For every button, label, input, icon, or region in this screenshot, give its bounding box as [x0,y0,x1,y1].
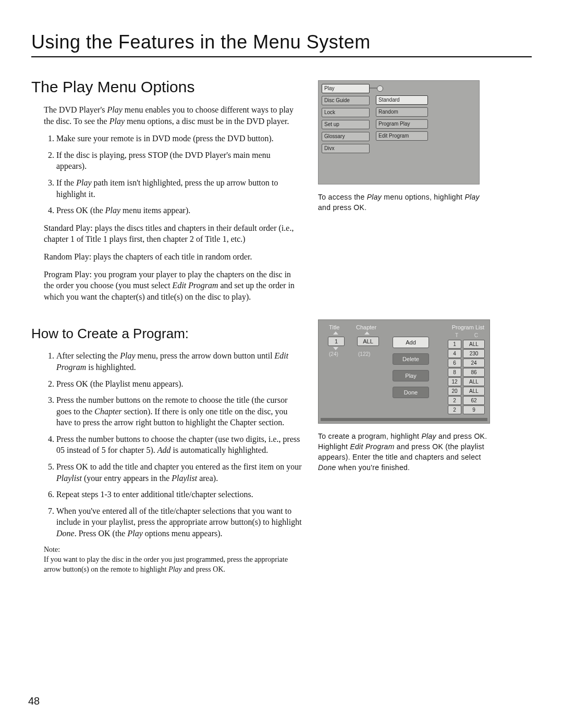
chapter-column-head: Chapter [356,324,376,330]
program-list-head: Program List [452,324,484,330]
program-list-cell-t: 2 [448,396,461,405]
play-word-cap1: Play [367,193,382,201]
add-word: Add [157,446,171,454]
cp5b: (your entry appears in the [82,474,172,483]
menu-item-standard: Standard [376,95,428,105]
cp-step5: Press OK to add the title and chapter yo… [56,461,302,484]
step1: Make sure your remote is in DVD mode (pr… [56,133,302,144]
menu-item-glossary: Glossary [322,132,370,141]
random-b: plays the chapters of each title in rand… [91,252,252,261]
menu-item-setup: Set up [322,120,370,129]
cp-step7: When you've entered all of the title/cha… [56,505,302,539]
random-a: Random Play: [44,252,91,261]
spacer [318,220,490,319]
menu-item-lock: Lock [322,108,370,117]
intro-c: menu options, a disc must be in the DVD … [125,117,289,126]
program-play-para: Program Play: you program your player to… [31,269,302,303]
right-column: Play Disc Guide Lock Set up Glossary Div… [318,78,490,574]
program-list-row: 886 [448,368,485,376]
play-word5: Play [120,351,135,360]
cp7b: . Press OK (the [75,529,128,538]
note-text: If you want to play the disc in the orde… [44,555,302,575]
step4: Press OK (the Play menu items appear). [56,205,302,216]
intro-a: The DVD Player's [44,105,107,114]
play-button: Play [393,370,429,381]
done-cap: Done [318,463,336,472]
s3a: If the [56,178,76,187]
title-count: (24) [329,351,338,357]
program-list-cell-c: ALL [463,377,485,386]
s4a: Press OK (the [56,206,105,215]
program-list-cell-c: 24 [463,359,485,367]
program-list-cell-t: 4 [448,349,461,358]
f2c-a: To create a program, highlight [318,432,421,440]
program-list-cell-c: ALL [463,387,485,396]
program-list-row: 624 [448,359,485,366]
arrow-up-icon [333,331,338,335]
cp1c: is highlighted. [86,363,136,372]
cp5a: Press OK to add the title and chapter yo… [56,462,302,471]
program-list-cell-t: 2 [448,405,461,414]
edit-program-cap: Edit Program [350,442,394,451]
two-column-layout: The Play Menu Options The DVD Player's P… [31,78,532,574]
bottom-bar [321,418,487,421]
note-a: If you want to play the disc in the orde… [44,556,288,573]
cp1b: menu, press the arrow down button until [136,351,275,360]
program-list-cell-c: 230 [463,349,485,358]
program-list-row: 12ALL [448,377,485,385]
arrow-down-icon [333,347,338,350]
menu-item-play: Play [322,84,370,93]
cp-step6: Repeat steps 1-3 to enter additional tit… [56,489,302,500]
add-button: Add [393,337,429,348]
arrow-up-icon [364,331,370,335]
play-word: Play [107,105,123,114]
play-word-cap3: Play [421,432,436,440]
cp5c: area). [197,474,218,483]
cp-step4: Press the number buttons to choose the c… [56,434,302,456]
page: Using the Features in the Menu System Th… [0,0,563,728]
note-b: and press OK. [182,565,225,573]
program-list-cell-t: 1 [448,340,461,349]
page-number: 48 [28,695,40,707]
menu-item-program-play: Program Play [376,119,428,129]
section-title-play-menu: The Play Menu Options [31,78,302,96]
chapter-value-box: ALL [357,337,379,346]
program-list-row: 4230 [448,349,485,357]
figure1-caption: To access the Play menu options, highlig… [318,192,490,213]
program-list-row: 29 [448,405,485,413]
playlist-word: Playlist [56,474,82,483]
title-column-head: Title [329,324,339,330]
program-list-cell-c: 62 [463,396,485,405]
program-list-cell-c: 9 [463,405,485,414]
section-title-create-program: How to Create a Program: [31,326,302,342]
program-list-row: 1ALL [448,340,485,348]
cp4b: is automatically highlighted. [171,446,268,454]
f2c-d: when you're finished. [336,463,410,472]
standard-play-para: Standard Play: plays the discs titles an… [31,223,302,245]
f1c-a: To access the [318,193,367,201]
play-word7: Play [168,565,182,573]
playlist-word2: Playlist [172,474,197,483]
program-list-cell-t: 6 [448,359,461,367]
cp7a: When you've entered all of the title/cha… [56,507,302,527]
play-word4: Play [105,206,120,215]
program-list-cell-c: ALL [463,340,485,349]
f1c-b: menu options, highlight [382,193,464,201]
delete-button: Delete [393,353,429,365]
program-list-cell-t: 20 [448,387,461,396]
cp-step3: Press the number buttons on the remote t… [56,394,302,428]
done-button: Done [393,387,429,398]
play-word6: Play [127,529,142,538]
program-list-th-c: C [474,332,478,338]
program-list-row: 262 [448,396,485,404]
play-word2: Play [109,117,125,126]
menu-connector-dot [377,85,383,92]
f1c-c: and press OK. [318,203,366,212]
menu-item-edit-program: Edit Program [376,131,428,141]
cp7c: options menu appears). [143,529,223,538]
steps-list-2: After selecting the Play menu, press the… [31,350,302,539]
chapter-word: Chapter [94,407,121,416]
cp1a: After selecting the [56,351,120,360]
program-list-cell-c: 86 [463,368,485,377]
figure2-caption: To create a program, highlight Play and … [318,431,490,473]
